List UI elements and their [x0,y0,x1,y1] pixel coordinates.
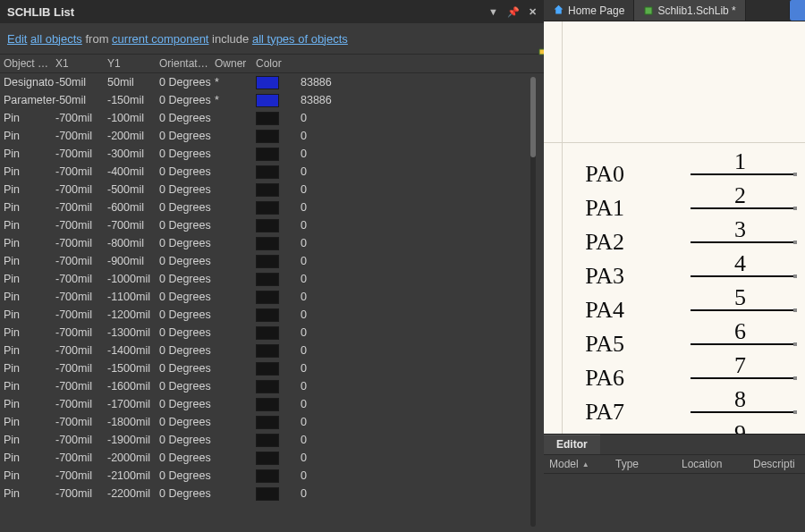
table-row[interactable]: Pin-700mil-700mil0 Degrees0 [0,216,544,234]
cell-y1: -2100mil [107,469,159,482]
col-location[interactable]: Location [676,458,748,470]
color-swatch[interactable] [256,380,279,393]
cell-orientation: 0 Degrees [159,416,215,428]
color-swatch[interactable] [256,165,279,179]
pin-number: 3 [734,216,746,243]
color-swatch[interactable] [256,434,279,447]
table-row[interactable]: Pin-700mil-1000mil0 Degrees0 [0,270,544,288]
table-row[interactable]: Pin-700mil-1100mil0 Degrees0 [0,288,544,306]
color-swatch[interactable] [256,469,279,483]
cell-color [256,398,295,411]
filter-allobjects-link[interactable]: all objects [30,32,82,46]
color-swatch[interactable] [256,273,279,286]
schematic-pin[interactable]: PA12 [544,188,805,222]
schematic-pin[interactable]: 9 [544,426,805,434]
panel-dropdown-icon[interactable]: ▼ [488,6,498,18]
table-row[interactable]: Parameter-50mil-150mil0 Degrees*83886 [0,91,544,109]
editor-tab[interactable]: Editor [544,435,600,454]
color-swatch[interactable] [256,94,279,107]
cell-colorval: 0 [295,380,544,393]
color-swatch[interactable] [256,291,279,304]
vertical-scrollbar[interactable] [530,77,536,527]
color-swatch[interactable] [256,148,279,161]
color-swatch[interactable] [256,201,279,215]
top-right-widget[interactable] [789,0,805,21]
col-x1[interactable]: X1 [55,57,107,70]
color-swatch[interactable] [256,130,279,143]
table-row[interactable]: Pin-700mil-600mil0 Degrees0 [0,198,544,216]
cell-orientation: 0 Degrees [159,76,215,89]
schematic-pin[interactable]: PA67 [544,358,805,392]
panel-pin-icon[interactable]: 📌 [507,6,520,18]
table-row[interactable]: Pin-700mil-1900mil0 Degrees0 [0,431,544,449]
color-swatch[interactable] [256,326,279,340]
table-row[interactable]: Pin-700mil-1300mil0 Degrees0 [0,324,544,342]
color-swatch[interactable] [256,452,279,465]
panel-close-icon[interactable]: ✕ [529,6,537,18]
color-swatch[interactable] [256,416,279,429]
cell-colorval: 0 [295,398,544,410]
schematic-pin[interactable]: PA45 [544,290,805,324]
color-swatch[interactable] [256,487,279,501]
schematic-pin[interactable]: PA01 [544,154,805,188]
color-swatch[interactable] [256,362,279,376]
tab-schlib[interactable]: Schlib1.SchLib * [634,0,745,21]
cell-colorval: 0 [295,130,544,142]
color-swatch[interactable] [256,237,279,250]
filter-currentcomponent-link[interactable]: current component [112,32,208,46]
table-row[interactable]: Pin-700mil-800mil0 Degrees0 [0,234,544,252]
pin-number: 2 [734,182,746,209]
color-swatch[interactable] [256,219,279,232]
cell-colorval: 0 [295,487,544,500]
table-row[interactable]: Pin-700mil-2200mil0 Degrees0 [0,485,544,502]
table-row[interactable]: Designato-50mil50mil0 Degrees*83886 [0,73,544,91]
schematic-pin[interactable]: PA23 [544,222,805,256]
table-row[interactable]: Pin-700mil-1200mil0 Degrees0 [0,306,544,324]
col-y1[interactable]: Y1 [107,57,159,70]
color-swatch[interactable] [256,183,279,197]
schematic-canvas[interactable]: PA01PA12PA23PA34PA45PA56PA67PA789 [544,21,805,434]
table-row[interactable]: Pin-700mil-1500mil0 Degrees0 [0,359,544,377]
color-swatch[interactable] [256,76,279,89]
tab-home[interactable]: Home Page [544,0,634,21]
table-row[interactable]: Pin-700mil-100mil0 Degrees0 [0,109,544,127]
table-row[interactable]: Pin-700mil-1700mil0 Degrees0 [0,395,544,413]
col-type[interactable]: Type [610,458,676,470]
color-swatch[interactable] [256,398,279,411]
filter-alltypes-link[interactable]: all types of objects [252,32,348,46]
schematic-pin[interactable]: PA78 [544,392,805,426]
scrollbar-thumb[interactable] [530,77,536,157]
col-description[interactable]: Descripti [748,458,805,470]
table-row[interactable]: Pin-700mil-2000mil0 Degrees0 [0,449,544,467]
cell-orientation: 0 Degrees [159,148,215,160]
cell-y1: -1600mil [107,380,159,393]
table-row[interactable]: Pin-700mil-1400mil0 Degrees0 [0,342,544,359]
col-model[interactable]: Model▲ [544,458,610,470]
col-orientation[interactable]: Orientat… [159,57,215,70]
col-object[interactable]: Object … [4,57,55,70]
color-swatch[interactable] [256,255,279,268]
color-swatch[interactable] [256,308,279,322]
table-row[interactable]: Pin-700mil-300mil0 Degrees0 [0,145,544,163]
table-row[interactable]: Pin-700mil-900mil0 Degrees0 [0,252,544,270]
schematic-pin[interactable]: PA56 [544,324,805,358]
panel-titlebar[interactable]: SCHLIB List ▼ 📌 ✕ [0,0,544,23]
table-row[interactable]: Pin-700mil-1600mil0 Degrees0 [0,377,544,395]
connector-icon[interactable] [517,29,537,48]
cell-x1: -700mil [55,165,107,178]
table-row[interactable]: Pin-700mil-1800mil0 Degrees0 [0,413,544,431]
filter-edit-link[interactable]: Edit [7,32,27,46]
color-swatch[interactable] [256,112,279,125]
table-row[interactable]: Pin-700mil-200mil0 Degrees0 [0,127,544,145]
pin-line [691,411,794,413]
col-owner[interactable]: Owner [215,57,256,70]
cell-y1: -400mil [107,165,159,178]
color-swatch[interactable] [256,344,279,358]
table-row[interactable]: Pin-700mil-2100mil0 Degrees0 [0,467,544,485]
table-row[interactable]: Pin-700mil-400mil0 Degrees0 [0,163,544,181]
schematic-pin[interactable]: PA34 [544,256,805,290]
cell-colorval: 0 [295,201,544,214]
table-row[interactable]: Pin-700mil-500mil0 Degrees0 [0,181,544,198]
panel-title-text: SCHLIB List [7,5,488,19]
col-color[interactable]: Color [256,57,295,70]
